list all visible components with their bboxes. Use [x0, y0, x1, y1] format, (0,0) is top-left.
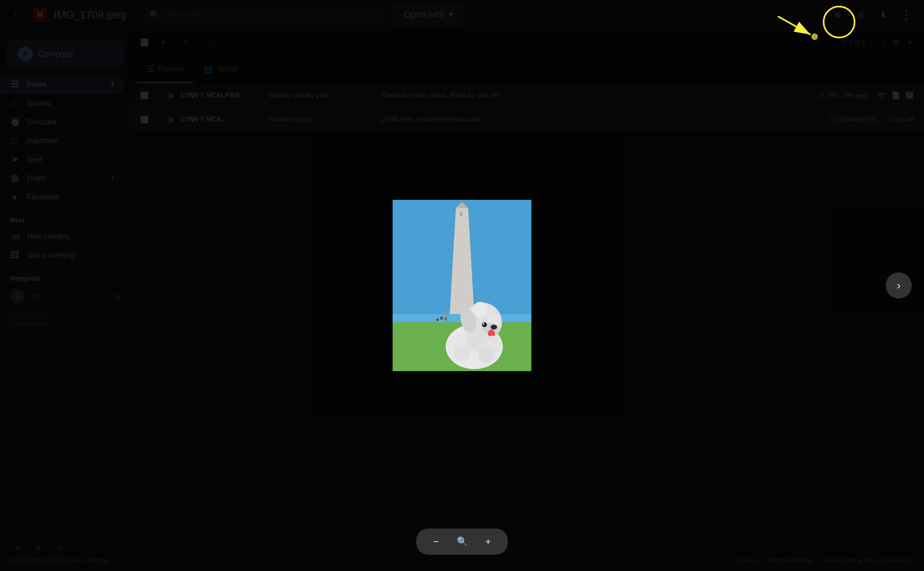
svg-point-16: [491, 325, 497, 330]
svg-point-33: [811, 33, 818, 40]
zoom-out-button[interactable]: −: [426, 532, 446, 551]
zoom-out-icon: −: [433, 536, 439, 547]
svg-rect-6: [446, 310, 447, 322]
svg-rect-5: [460, 212, 462, 216]
svg-point-18: [482, 322, 487, 327]
zoom-in-button[interactable]: +: [478, 532, 498, 551]
svg-point-30: [436, 319, 439, 321]
zoom-reset-button[interactable]: 🔍: [452, 532, 472, 551]
next-arrow-button[interactable]: ›: [886, 272, 912, 299]
overlay: [0, 0, 924, 571]
svg-point-29: [444, 318, 447, 320]
svg-point-26: [454, 345, 470, 361]
image-viewer: [393, 200, 531, 371]
zoom-in-icon: +: [485, 536, 491, 547]
zoom-reset-icon: 🔍: [457, 536, 468, 547]
next-arrow-icon: ›: [897, 279, 900, 292]
svg-point-28: [440, 316, 443, 320]
viewer-image: [393, 200, 531, 371]
svg-point-12: [473, 302, 488, 316]
svg-line-32: [778, 16, 811, 35]
download-highlight-circle: [823, 6, 855, 38]
image-controls: − 🔍 +: [416, 529, 508, 555]
svg-point-19: [483, 323, 484, 325]
download-arrow-annotation: [774, 12, 823, 45]
svg-point-27: [478, 347, 495, 363]
